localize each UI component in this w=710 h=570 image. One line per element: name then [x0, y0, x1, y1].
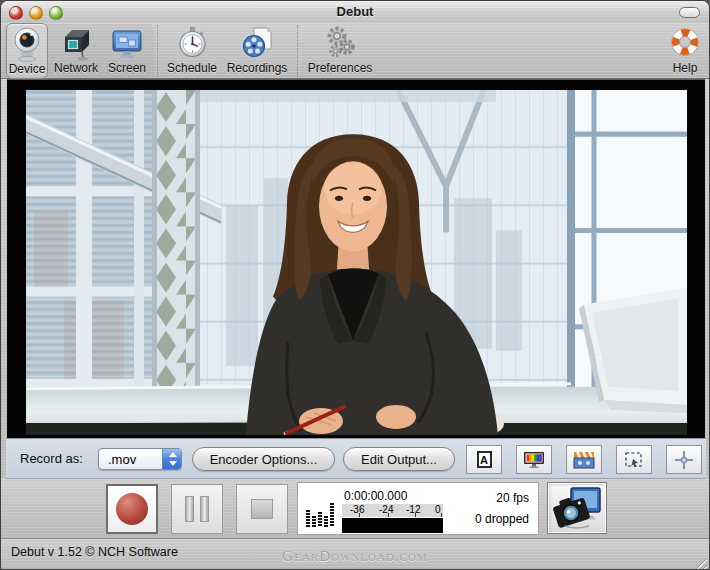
- timecode: 0:00:00.000: [344, 489, 407, 503]
- screen-icon: [104, 23, 150, 61]
- title-bar[interactable]: Debut: [1, 1, 709, 23]
- audio-meter: -36 -24 -12 0: [342, 504, 443, 533]
- toolbar-toggle-button[interactable]: [679, 7, 700, 18]
- toolbar-separator: [297, 25, 298, 77]
- film-reel-icon: [225, 23, 289, 61]
- record-icon: [116, 493, 148, 525]
- pause-button[interactable]: [171, 484, 223, 534]
- toolbar-button-device[interactable]: Device: [6, 23, 48, 79]
- meter-tick-label: 0: [435, 504, 441, 515]
- edit-output-button[interactable]: Edit Output...: [343, 447, 455, 471]
- format-value: .mov: [108, 452, 136, 467]
- fps-readout: 20 fps: [496, 491, 529, 505]
- life-ring-icon: [665, 23, 705, 61]
- meter-scale: -36 -24 -12 0: [342, 504, 443, 517]
- toolbar-label-network: Network: [51, 61, 101, 75]
- toolbar-button-recordings[interactable]: Recordings: [225, 23, 289, 79]
- status-panel: 0:00:00.000 -36 -24 -12 0 20 fps 0 dropp…: [297, 482, 539, 535]
- record-as-label: Record as:: [20, 451, 83, 466]
- caption-a-icon: A: [477, 451, 492, 468]
- toolbar-button-schedule[interactable]: Schedule: [164, 23, 220, 79]
- window-title: Debut: [1, 4, 709, 19]
- selection-rect-icon: [624, 451, 644, 469]
- toolbar-label-device: Device: [7, 62, 47, 76]
- toolbar-button-preferences[interactable]: Preferences: [304, 23, 376, 79]
- toolbar-label-help: Help: [665, 61, 705, 75]
- toolbar-button-screen[interactable]: Screen: [104, 23, 150, 79]
- meter-tick-label: -36: [350, 504, 364, 515]
- record-button[interactable]: [106, 484, 158, 534]
- clapperboard-icon: [573, 451, 595, 469]
- audio-levels-icon: [306, 502, 334, 527]
- toolbar-button-network[interactable]: Network: [51, 23, 101, 79]
- toolbar-label-schedule: Schedule: [164, 61, 220, 75]
- record-options-bar: Record as: .mov Encoder Options... Edit …: [6, 438, 706, 479]
- webcam-icon: [7, 24, 47, 62]
- encoder-options-button[interactable]: Encoder Options...: [192, 447, 335, 471]
- toolbar-separator: [157, 25, 158, 77]
- app-window: Debut Device: [0, 0, 710, 570]
- meter-level-bar: [342, 518, 443, 533]
- stepper-arrows-icon: [162, 449, 181, 469]
- crosshair-icon: [674, 450, 694, 470]
- gears-icon: [304, 23, 376, 61]
- meter-tick-label: -24: [379, 504, 393, 515]
- pause-icon: [185, 496, 194, 522]
- color-adjust-button[interactable]: [516, 445, 552, 474]
- caption-overlay-button[interactable]: A: [466, 445, 502, 474]
- toolbar-button-help[interactable]: Help: [665, 23, 705, 79]
- position-crosshair-button[interactable]: [666, 445, 702, 474]
- stop-icon: [251, 499, 273, 519]
- toolbar-label-recordings: Recordings: [225, 61, 289, 75]
- snapshot-button[interactable]: [547, 482, 607, 534]
- network-camera-icon: [51, 23, 101, 61]
- camera-snapshot-icon: [551, 485, 603, 531]
- video-effects-button[interactable]: [566, 445, 602, 474]
- color-monitor-icon: [523, 451, 545, 469]
- webcam-preview-image: [26, 90, 687, 435]
- toolbar-label-screen: Screen: [104, 61, 150, 75]
- main-toolbar: Device Network: [1, 23, 709, 79]
- stop-button[interactable]: [236, 484, 288, 534]
- stopwatch-icon: [164, 23, 220, 61]
- dropped-frames-readout: 0 dropped: [475, 512, 529, 526]
- video-preview: [7, 79, 705, 438]
- format-select[interactable]: .mov: [98, 448, 182, 470]
- transport-controls: 0:00:00.000 -36 -24 -12 0 20 fps 0 dropp…: [1, 479, 709, 539]
- toolbar-label-preferences: Preferences: [304, 61, 376, 75]
- meter-tick-label: -12: [406, 504, 420, 515]
- select-region-button[interactable]: [616, 445, 652, 474]
- status-bar: Debut v 1.52 © NCH Software GearDownload…: [1, 539, 709, 570]
- watermark-text: GearDownload.com: [1, 548, 709, 565]
